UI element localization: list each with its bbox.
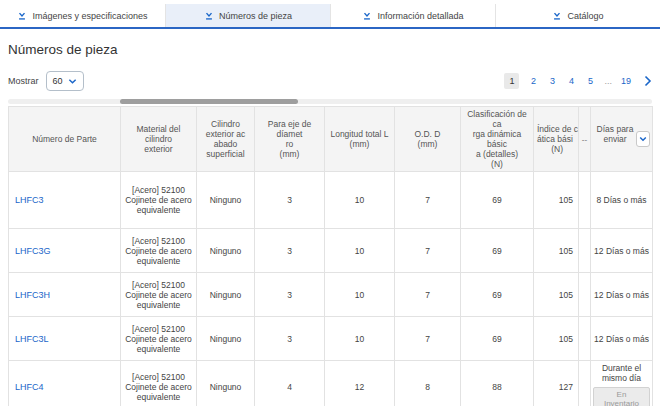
horizontal-scrollbar-thumb[interactable] [120, 99, 298, 104]
jump-down-icon [204, 11, 214, 21]
part-number-cell: LHFC3L [9, 317, 121, 361]
static-load-cell: 105 [534, 229, 579, 273]
shaft-diameter-cell: 4 [255, 361, 325, 406]
material-cell: [Acero] 52100 Cojinete de acero equivale… [121, 317, 197, 361]
finish-cell: Ninguno [197, 317, 255, 361]
header-part-number: Número de Parte [9, 107, 121, 172]
header-shaft-diameter: Para eje de díamet ro (mm) [255, 107, 325, 172]
finish-cell: Ninguno [197, 361, 255, 406]
part-numbers-table: Número de Parte Material del cilindro ex… [8, 106, 653, 406]
show-per-page-group: Mostrar 60 [8, 71, 84, 91]
dynamic-load-cell: 69 [461, 229, 534, 273]
header-material: Material del cilindro exterior [121, 107, 197, 172]
next-page-button[interactable] [644, 75, 652, 87]
finish-cell: Ninguno [197, 273, 255, 317]
part-number-link[interactable]: LHFC3L [15, 334, 49, 344]
material-cell: [Acero] 52100 Cojinete de acero equivale… [121, 229, 197, 273]
days-text: Durante el mismo día [593, 363, 650, 383]
length-cell: 12 [325, 361, 395, 406]
sliver-cell [579, 317, 591, 361]
chevron-right-icon [644, 75, 652, 87]
header-surface-finish: Cilindro exterior ac abado superficial [197, 107, 255, 172]
part-number-link[interactable]: LHFC3G [15, 246, 51, 256]
part-number-link[interactable]: LHFC3 [15, 195, 44, 205]
tab-label: Catálogo [567, 11, 603, 21]
header-days-to-ship: Días para enviar [591, 107, 653, 172]
sliver-cell [579, 273, 591, 317]
shaft-diameter-cell: 3 [255, 229, 325, 273]
page-button-19[interactable]: 19 [621, 76, 631, 86]
dynamic-load-cell: 88 [461, 361, 534, 406]
days-text: 12 Días o más [593, 246, 650, 256]
header-sliver: -- [579, 107, 591, 172]
jump-down-icon [362, 11, 372, 21]
od-cell: 7 [395, 229, 461, 273]
days-to-ship-cell: 8 Días o más [591, 172, 653, 229]
length-cell: 10 [325, 317, 395, 361]
per-page-value: 60 [53, 76, 63, 86]
part-number-link[interactable]: LHFC3H [15, 290, 50, 300]
shaft-diameter-cell: 3 [255, 172, 325, 229]
tab-catalogo[interactable]: Catálogo [495, 4, 660, 27]
length-cell: 10 [325, 229, 395, 273]
tab-label: Información detallada [377, 11, 463, 21]
sliver-cell [579, 229, 591, 273]
shaft-diameter-cell: 3 [255, 317, 325, 361]
days-to-ship-cell: 12 Días o más [591, 273, 653, 317]
per-page-select[interactable]: 60 [46, 71, 84, 91]
static-load-cell: 105 [534, 273, 579, 317]
days-text: 12 Días o más [593, 290, 650, 300]
part-number-cell: LHFC3G [9, 229, 121, 273]
days-text: 8 Días o más [593, 195, 650, 205]
days-filter-button[interactable] [636, 131, 650, 147]
tab-numeros-de-pieza[interactable]: Números de pieza [165, 4, 330, 27]
part-number-cell: LHFC3 [9, 172, 121, 229]
header-od: O.D. D (mm) [395, 107, 461, 172]
sliver-cell [579, 361, 591, 406]
finish-cell: Ninguno [197, 172, 255, 229]
days-to-ship-cell: Durante el mismo díaEn Inventario [591, 361, 653, 406]
page-button-2[interactable]: 2 [528, 76, 538, 86]
tab-imagenes-y-especificaciones[interactable]: Imágenes y especificaciones [0, 4, 165, 27]
part-number-cell: LHFC3H [9, 273, 121, 317]
page-title: Números de pieza [8, 42, 660, 57]
pagination: 1 2 3 4 5 ... 19 [504, 73, 652, 89]
tab-label: Números de pieza [219, 11, 292, 21]
table-row: LHFC3G [Acero] 52100 Cojinete de acero e… [9, 229, 653, 273]
finish-cell: Ninguno [197, 229, 255, 273]
page-button-4[interactable]: 4 [566, 76, 576, 86]
table-row: LHFC3 [Acero] 52100 Cojinete de acero eq… [9, 172, 653, 229]
header-total-length: Longitud total L (mm) [325, 107, 395, 172]
horizontal-scrollbar-track[interactable] [8, 99, 652, 104]
page-button-5[interactable]: 5 [585, 76, 595, 86]
static-load-cell: 127 [534, 361, 579, 406]
table-controls: Mostrar 60 1 2 3 4 5 ... 19 [8, 70, 652, 92]
dynamic-load-cell: 69 [461, 172, 534, 229]
table-header-row: Número de Parte Material del cilindro ex… [9, 107, 653, 172]
od-cell: 7 [395, 172, 461, 229]
header-dynamic-load: Clasificación de ca rga dinámica básic a… [461, 107, 534, 172]
days-to-ship-cell: 12 Días o más [591, 317, 653, 361]
od-cell: 7 [395, 317, 461, 361]
dynamic-load-cell: 69 [461, 273, 534, 317]
tab-informacion-detallada[interactable]: Información detallada [330, 4, 495, 27]
material-cell: [Acero] 52100 Cojinete de acero equivale… [121, 361, 197, 406]
pagination-ellipsis: ... [604, 76, 612, 86]
jump-down-icon [17, 11, 27, 21]
length-cell: 10 [325, 273, 395, 317]
page-button-3[interactable]: 3 [547, 76, 557, 86]
days-text: 12 Días o más [593, 334, 650, 344]
stock-badge: En Inventario [593, 387, 650, 406]
page-button-1[interactable]: 1 [504, 73, 519, 89]
length-cell: 10 [325, 172, 395, 229]
part-number-link[interactable]: LHFC4 [15, 382, 44, 392]
dynamic-load-cell: 69 [461, 317, 534, 361]
chevron-down-icon [68, 78, 77, 85]
chevron-down-icon [639, 126, 647, 152]
show-label: Mostrar [8, 76, 39, 86]
tab-bar: Imágenes y especificaciones Números de p… [0, 4, 660, 29]
days-to-ship-cell: 12 Días o más [591, 229, 653, 273]
static-load-cell: 105 [534, 317, 579, 361]
jump-down-icon [552, 11, 562, 21]
sliver-cell [579, 172, 591, 229]
